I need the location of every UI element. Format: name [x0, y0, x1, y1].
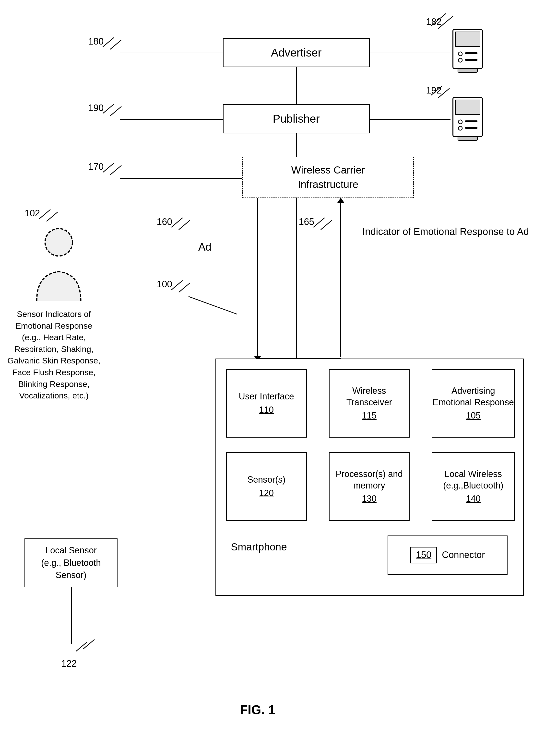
smartphone-container: User Interface 110 Wireless Transceiver … — [215, 359, 524, 596]
ref-190: 190 — [88, 103, 104, 113]
user-interface-box: User Interface 110 — [226, 369, 307, 438]
diagram: 182 180 Advertiser 192 — [0, 0, 545, 756]
indicator-arrow-head — [338, 198, 344, 203]
ad-label: Ad — [198, 240, 211, 254]
slash-170b — [110, 165, 122, 175]
slash-100b — [178, 283, 190, 293]
ref-165: 165 — [299, 217, 314, 227]
line-to-advertiser — [120, 53, 223, 53]
sensor-indicators-label: Sensor Indicators of Emotional Response … — [7, 308, 100, 402]
slash-102b — [46, 212, 58, 222]
svg-rect-1 — [455, 32, 480, 47]
line-100-to-smartphone — [188, 296, 237, 314]
line-advertiser-server — [370, 53, 451, 53]
indicator-line — [340, 198, 341, 357]
slash-190b — [110, 106, 122, 116]
slash-170a — [103, 163, 114, 173]
slash-100a — [171, 280, 183, 290]
processor-box: Processor(s) and memory 130 — [329, 452, 410, 521]
line-local-sensor-down — [71, 587, 72, 644]
slash-160a — [171, 218, 183, 228]
wireless-transceiver-box: Wireless Transceiver 115 — [329, 369, 410, 438]
connector-box: 150 Connector — [388, 535, 508, 575]
svg-rect-5 — [465, 59, 477, 61]
svg-point-14 — [45, 229, 72, 256]
ref-160: 160 — [157, 217, 172, 227]
slash-180a — [103, 37, 114, 47]
slash-165a — [313, 218, 325, 228]
svg-rect-8 — [455, 100, 480, 115]
line-adv-to-pub — [296, 67, 297, 104]
ref-170: 170 — [88, 162, 104, 172]
smartphone-label: Smartphone — [231, 540, 287, 554]
svg-point-9 — [458, 120, 462, 124]
svg-rect-12 — [465, 127, 477, 129]
fig-label: FIG. 1 — [240, 702, 275, 717]
svg-rect-13 — [458, 137, 477, 140]
svg-rect-3 — [465, 52, 477, 54]
advertising-emotional-box: Advertising Emotional Response 105 — [432, 369, 515, 438]
slash-190a — [103, 104, 114, 114]
wc-to-smartphone-line — [296, 198, 297, 359]
svg-rect-10 — [465, 120, 477, 122]
line-pub-to-wc — [296, 133, 297, 157]
ref-100: 100 — [157, 279, 172, 290]
server-icon-182 — [448, 27, 487, 76]
publisher-box: Publisher — [223, 104, 370, 133]
slash-165b — [321, 220, 332, 230]
ref-122: 122 — [61, 658, 77, 669]
svg-point-2 — [458, 52, 462, 56]
svg-point-11 — [458, 126, 462, 130]
advertiser-box: Advertiser — [223, 38, 370, 67]
slash-102a — [39, 209, 51, 219]
indicator-label: Indicator of Emotional Response to Ad — [362, 225, 529, 238]
server-icon-192 — [448, 95, 487, 144]
person-icon — [27, 225, 91, 301]
svg-point-4 — [458, 58, 462, 62]
slash-160b — [178, 220, 190, 230]
line-to-publisher — [120, 119, 223, 120]
svg-rect-6 — [458, 69, 477, 72]
ref-180: 180 — [88, 36, 104, 47]
local-wireless-box: Local Wireless (e.g.,Bluetooth) 140 — [432, 452, 515, 521]
local-sensor-box: Local Sensor(e.g., BluetoothSensor) — [24, 538, 117, 587]
ref-102: 102 — [24, 208, 40, 219]
h-line-bottom-connect — [257, 358, 341, 359]
wireless-carrier-box: Wireless CarrierInfrastructure — [242, 157, 414, 198]
sensors-box: Sensor(s) 120 — [226, 452, 307, 521]
slash-180b — [110, 40, 122, 50]
line-to-wireless — [120, 178, 242, 179]
ad-line-down — [257, 198, 258, 357]
ref-192: 192 — [426, 85, 441, 96]
line-publisher-server — [370, 119, 451, 120]
